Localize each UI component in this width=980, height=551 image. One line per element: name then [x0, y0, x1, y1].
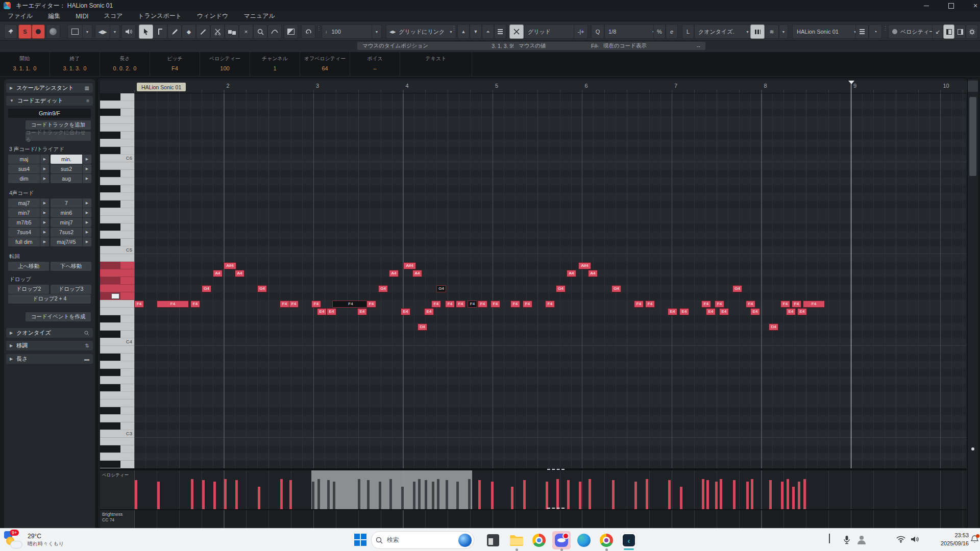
chord-button-7sus2[interactable]: 7sus2▶ [51, 228, 91, 237]
length-quantize-l-icon[interactable]: L [682, 24, 694, 39]
zoom-preset-button[interactable] [968, 81, 978, 92]
chord-button-min7[interactable]: min7▶ [8, 208, 49, 217]
infoline-col[interactable]: 長さ0. 0. 2. 0 [100, 52, 150, 76]
velocity-bar[interactable] [556, 479, 559, 509]
mute-tool[interactable]: × [239, 24, 253, 39]
velocity-bar[interactable] [418, 479, 421, 509]
infoline-value[interactable]: F4 [172, 65, 178, 71]
midi-note-D4[interactable]: D4 [769, 323, 778, 331]
velocity-bar[interactable] [634, 482, 637, 509]
infoline-col[interactable]: オフベロシティー64 [300, 52, 350, 76]
velocity-bar[interactable] [612, 480, 615, 509]
inversion-button-1[interactable]: 下へ移動 [51, 262, 91, 271]
midi-note-G4[interactable]: G4 [436, 285, 446, 292]
snap-type-select[interactable]: グリッド▼ [524, 24, 581, 39]
velocity-bar[interactable] [715, 482, 718, 509]
white-key[interactable]: C6 [100, 155, 134, 162]
midi-note-G4[interactable]: G4 [378, 285, 388, 292]
midi-note-F4[interactable]: F4 [792, 300, 801, 308]
midi-note-E4[interactable]: E4 [719, 308, 729, 315]
chord-button-min.[interactable]: min.▶ [51, 155, 91, 164]
auto-scroll-dropdown[interactable]: ▼ [110, 24, 120, 39]
midi-note-G4[interactable]: G4 [732, 285, 742, 292]
note-display[interactable]: F4F4F4G4A4A#4A4G4F4F4F4E4E4F4E4F4G4A4E4A… [134, 93, 966, 468]
iterative-quantize-icon[interactable]: % [653, 24, 666, 39]
velocity-bar[interactable] [769, 480, 772, 509]
setup-gear-icon[interactable] [966, 24, 978, 39]
loop-icon[interactable] [301, 24, 315, 39]
velocity-bar[interactable] [191, 479, 193, 509]
black-key[interactable] [100, 354, 134, 361]
white-key[interactable] [100, 124, 134, 132]
midi-note-F4[interactable]: F4 [445, 300, 455, 308]
chord-button-dim[interactable]: dim▶ [8, 174, 49, 183]
velocity-bar[interactable] [367, 480, 370, 509]
midi-note-A4[interactable]: A4 [235, 270, 244, 277]
white-key[interactable] [100, 399, 134, 407]
black-key[interactable] [100, 422, 134, 430]
chord-button-full dim[interactable]: full dim▶ [8, 237, 49, 246]
velocity-bar[interactable] [432, 482, 434, 509]
chord-button-7sus4[interactable]: 7sus4▶ [8, 228, 49, 237]
white-key[interactable] [100, 377, 134, 384]
draw-tool[interactable] [167, 24, 182, 39]
velocity-bar[interactable] [358, 479, 360, 509]
midi-note-F4[interactable]: F4 [332, 300, 369, 308]
black-key[interactable] [100, 201, 134, 208]
timeline-ruler[interactable]: HALion Sonic 01 2345678910 [134, 81, 967, 93]
glue-tool[interactable] [225, 24, 239, 39]
show-part-borders-icon[interactable] [855, 24, 869, 39]
velocity-bar[interactable] [312, 482, 314, 509]
chord-play-arrow-icon[interactable]: ▶ [40, 218, 49, 227]
open-in-lower-zone-icon[interactable]: ↙ [932, 24, 943, 39]
velocity-bar[interactable] [787, 479, 789, 509]
velocity-bar[interactable] [751, 479, 753, 509]
velocity-bar[interactable] [523, 480, 526, 509]
midi-note-E4[interactable]: E4 [668, 308, 677, 315]
velocity-bar[interactable] [413, 482, 415, 509]
midi-note-E4[interactable]: E4 [706, 308, 716, 315]
drop-button-0[interactable]: ドロップ2 [8, 285, 49, 294]
notification-bell-icon[interactable] [971, 535, 978, 544]
menu-item-MIDI[interactable]: MIDI [68, 13, 96, 20]
menu-item-ファイル[interactable]: ファイル [0, 12, 40, 20]
midi-note-F4[interactable]: F4 [701, 300, 711, 308]
white-key[interactable] [100, 116, 134, 124]
midi-note-D4[interactable]: D4 [418, 323, 427, 331]
midi-note-F4[interactable]: F4 [715, 300, 724, 308]
note-expression-dropdown[interactable]: ▼ [82, 24, 92, 39]
inversion-button-0[interactable]: 上へ移動 [8, 262, 49, 271]
infoline-value[interactable]: 0. 0. 2. 0 [113, 65, 137, 71]
snap-on-off-icon[interactable] [509, 24, 524, 39]
midi-note-G4[interactable]: G4 [257, 285, 267, 292]
trim-tool[interactable] [153, 24, 167, 39]
velocity-bar[interactable] [746, 482, 749, 509]
midi-note-F4[interactable]: F4 [803, 300, 825, 308]
black-key[interactable] [100, 461, 134, 468]
black-key[interactable] [100, 239, 134, 246]
chord-button-sus4[interactable]: sus4▶ [8, 164, 49, 173]
section-chord-edit[interactable]: ▼コードエディット ≡ [6, 96, 93, 106]
wifi-icon[interactable] [896, 536, 905, 543]
white-key[interactable] [100, 101, 134, 109]
color-menu-icon[interactable] [284, 24, 298, 39]
white-key[interactable] [100, 178, 134, 185]
white-key[interactable] [100, 254, 134, 262]
edited-part-select[interactable]: HALion Sonic 01▼ [792, 24, 862, 39]
chord-play-arrow-icon[interactable]: ▶ [83, 155, 91, 164]
velocity-bar[interactable] [379, 482, 381, 509]
velocity-bar[interactable] [224, 479, 227, 509]
chord-button-minj7[interactable]: minj7▶ [51, 218, 91, 227]
infoline-col[interactable]: ボイス– [350, 52, 400, 76]
infoline-value[interactable]: 64 [322, 65, 328, 71]
midi-note-F4[interactable]: F4 [746, 300, 755, 308]
menu-item-マニュアル[interactable]: マニュアル [236, 12, 282, 20]
infoline-col[interactable]: 開始3. 1. 1. 0 [0, 52, 50, 76]
black-key[interactable] [100, 331, 134, 338]
black-key[interactable] [100, 445, 134, 453]
volume-icon[interactable] [911, 536, 919, 543]
section-scale-assistant[interactable]: ▶スケールアシスタント ▦ [6, 83, 93, 93]
chord-play-arrow-icon[interactable]: ▶ [40, 155, 49, 164]
black-key[interactable] [100, 384, 134, 392]
taskbar-search[interactable]: 検索 [371, 531, 474, 549]
